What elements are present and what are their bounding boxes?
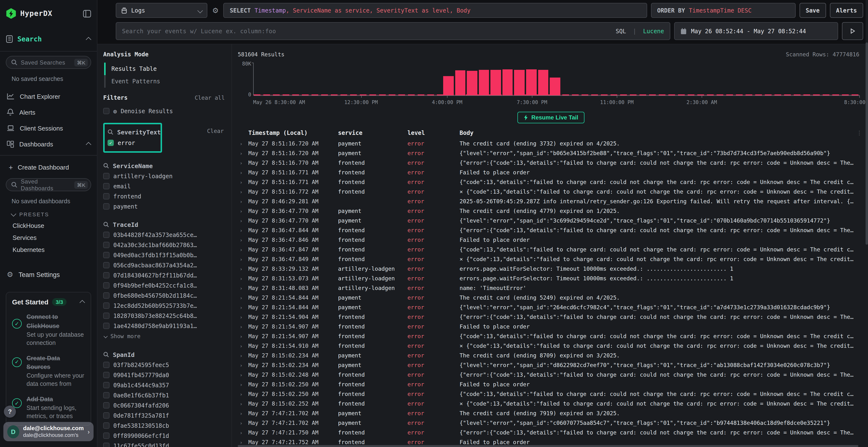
search-icon[interactable] [103, 221, 109, 227]
table-row[interactable]: ›May 27 8:21:54.907 AMfrontenderrorFaile… [238, 322, 864, 332]
checkbox-icon[interactable] [103, 382, 110, 388]
table-row[interactable]: ›May 27 8:21:54.844 AMpaymenterrorThe cr… [238, 293, 864, 303]
checkbox-icon[interactable] [103, 323, 110, 329]
expand-row-chevron-icon[interactable]: › [238, 314, 248, 319]
table-options-kebab-icon[interactable]: ⋮ [857, 130, 864, 136]
filter-value-row[interactable]: 049ed0ac3fdb1f3f15a0b0b… [103, 250, 225, 260]
get-started-step[interactable]: ✓ Connect to ClickHouse Set up your data… [12, 312, 85, 347]
filter-value-row[interactable]: 0de781ff325a781f [103, 410, 225, 420]
checkbox-icon[interactable] [103, 203, 110, 209]
expand-row-chevron-icon[interactable]: › [238, 150, 248, 156]
table-row[interactable]: ›May 27 8:36:47.844 AMfrontenderror{"err… [238, 226, 864, 235]
checkbox-icon[interactable] [103, 183, 110, 189]
checkbox-icon[interactable] [103, 282, 110, 288]
expand-row-chevron-icon[interactable]: › [238, 440, 248, 445]
alerts-button[interactable]: Alerts [830, 3, 863, 18]
table-row[interactable]: ›May 27 8:15:02.248 AMfrontenderror{"err… [238, 370, 864, 380]
table-row[interactable]: ›May 27 8:51:16.770 AMfrontenderror{"err… [238, 158, 864, 168]
checkbox-icon[interactable] [103, 313, 110, 319]
gear-icon[interactable]: ⚙ [212, 6, 219, 15]
expand-row-chevron-icon[interactable]: › [238, 237, 248, 243]
table-row[interactable]: ›May 27 8:15:02.252 AMfrontenderror× {"c… [238, 399, 864, 409]
table-row[interactable]: ›May 27 8:51:16.772 AMfrontenderror× {"c… [238, 187, 864, 197]
expand-row-chevron-icon[interactable]: › [238, 256, 248, 262]
saved-dashboards-input[interactable]: Saved Dashboards ⌘K [6, 178, 91, 191]
analysis-mode-option[interactable]: Results Table [104, 63, 225, 75]
histogram-bar[interactable] [443, 76, 454, 95]
table-row[interactable]: ›May 27 7:47:21.702 AMpaymenterrorThe cr… [238, 409, 864, 418]
table-row[interactable]: ›May 27 8:21:54.910 AMfrontenderror× {"c… [238, 341, 864, 351]
date-range-picker[interactable]: May 26 08:52:44 - May 27 08:52:44 [674, 22, 838, 40]
filter-value-row[interactable]: 12ec8dd52b60b9525733b7e… [103, 301, 225, 311]
column-level[interactable]: level⋮ [407, 130, 460, 136]
checkbox-icon[interactable] [103, 193, 110, 199]
vertical-scrollbar[interactable] [866, 0, 868, 447]
expand-row-chevron-icon[interactable]: › [238, 411, 248, 416]
filter-value-row[interactable]: payment [103, 201, 225, 211]
table-row[interactable]: ›May 27 8:21:54.844 AMpaymenterror{"leve… [238, 303, 864, 312]
search-icon[interactable] [103, 352, 109, 357]
sidebar-item-dashboards[interactable]: Dashboards [6, 137, 91, 151]
table-row[interactable]: ›May 27 8:36:47.847 AMfrontenderror{"cod… [238, 245, 864, 254]
filter-value-row[interactable]: ✓ error [107, 138, 157, 148]
expand-row-chevron-icon[interactable]: › [238, 170, 248, 175]
search-icon[interactable] [107, 129, 113, 135]
checkbox-icon[interactable] [103, 272, 110, 278]
expand-row-chevron-icon[interactable]: › [238, 179, 248, 185]
checkbox-icon[interactable] [103, 362, 110, 368]
lucene-search-input[interactable]: Search your events w/ Lucene ex. column:… [116, 22, 670, 40]
table-row[interactable]: ›May 27 7:47:21.750 AMfrontenderror{"err… [238, 428, 864, 437]
preset-kubernetes[interactable]: Kubernetes [12, 246, 91, 253]
expand-row-chevron-icon[interactable]: › [238, 228, 248, 233]
checkbox-icon[interactable] [103, 173, 110, 179]
table-row[interactable]: ›May 27 8:21:54.907 AMfrontenderror{"cod… [238, 332, 864, 341]
checkbox-icon[interactable] [103, 262, 110, 268]
expand-row-chevron-icon[interactable]: › [238, 353, 248, 358]
expand-row-chevron-icon[interactable]: › [238, 208, 248, 214]
expand-row-chevron-icon[interactable]: › [238, 382, 248, 387]
sidebar-item-team-settings[interactable]: ⚙ Team Settings [6, 268, 91, 281]
checkbox-icon[interactable] [103, 303, 110, 309]
preset-services[interactable]: Services [12, 234, 91, 241]
histogram-bar[interactable] [479, 70, 489, 95]
filter-value-row[interactable]: 07d184304627bf2f11b67dd… [103, 270, 225, 280]
checkbox-icon[interactable] [103, 242, 110, 248]
sidebar-item-alerts[interactable]: Alerts [6, 105, 91, 119]
clear-severity-button[interactable]: Clear [207, 128, 224, 134]
filter-value-row[interactable]: email [103, 181, 225, 191]
checkbox-icon[interactable] [103, 293, 110, 299]
table-row[interactable]: ›May 27 8:31:53.073 AMartillery-loadgene… [238, 274, 864, 283]
create-dashboard-button[interactable]: + Create Dashboard [6, 161, 91, 174]
filter-value-row[interactable]: frontend [103, 191, 225, 201]
checkbox-icon[interactable] [103, 433, 110, 439]
table-row[interactable]: ›May 27 8:15:02.234 AMpaymenterror{"leve… [238, 360, 864, 370]
get-started-step[interactable]: ✓ Add Data Start sending logs, metrics, … [12, 394, 85, 420]
run-query-button[interactable] [842, 22, 863, 40]
filter-value-row[interactable]: 042a30c3dc1baf660b27863… [103, 240, 225, 250]
save-button[interactable]: Save [799, 3, 826, 18]
checkbox-icon[interactable] [103, 232, 110, 238]
expand-row-chevron-icon[interactable]: › [238, 247, 248, 252]
table-row[interactable]: ›May 27 8:15:02.234 AMpaymenterrorThe cr… [238, 351, 864, 360]
sidebar-item-chart-explorer[interactable]: Chart Explorer [6, 89, 91, 104]
analysis-mode-option[interactable]: Event Patterns [104, 75, 225, 88]
filter-value-row[interactable]: 03b44828f42a3573ea655ce… [103, 230, 225, 240]
column-service[interactable]: service⋮ [338, 130, 407, 136]
histogram-bar[interactable] [467, 71, 477, 95]
source-select[interactable]: Logs [116, 3, 207, 18]
column-body[interactable]: Body⋮ [460, 130, 857, 136]
checkbox-icon[interactable] [103, 422, 110, 429]
filter-value-row[interactable]: 0f94b9befe0b4252ccfa1c8… [103, 280, 225, 290]
denoise-results-checkbox-row[interactable]: ◍ Denoise Results [103, 106, 225, 116]
expand-row-chevron-icon[interactable]: › [238, 199, 248, 204]
collapse-sidebar-icon[interactable] [83, 9, 91, 18]
expand-row-chevron-icon[interactable]: › [238, 430, 248, 435]
chevron-up-icon[interactable] [86, 142, 91, 148]
checkbox-icon[interactable] [103, 402, 110, 409]
expand-row-chevron-icon[interactable]: › [238, 276, 248, 281]
sidebar-item-search[interactable]: Search [6, 31, 91, 47]
checkbox-icon[interactable] [103, 252, 110, 258]
expand-row-chevron-icon[interactable]: › [238, 141, 248, 146]
checkbox-icon[interactable] [103, 412, 110, 419]
show-more-button[interactable]: Show more [103, 331, 225, 342]
